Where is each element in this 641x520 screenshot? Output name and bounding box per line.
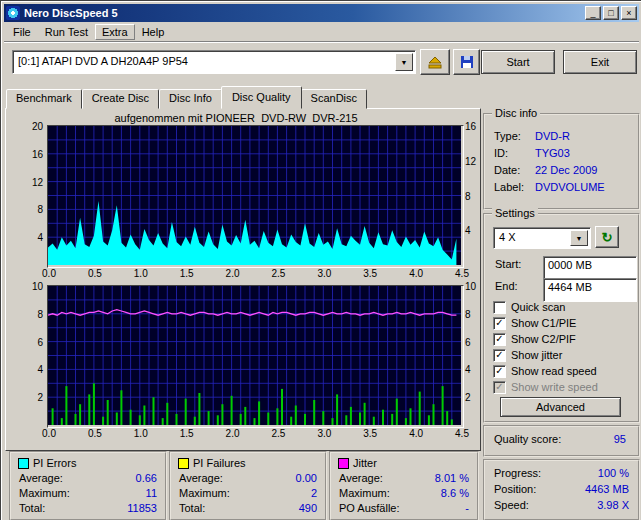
advanced-button[interactable]: Advanced	[500, 397, 621, 417]
drive-select[interactable]: [0:1] ATAPI DVD A DH20A4P 9P54 ▼	[12, 50, 416, 74]
stat-value: 11	[146, 487, 157, 499]
tabstrip: Benchmark Create Disc Disc Info Disc Qua…	[6, 88, 367, 109]
start-position-value: 0000 MB	[548, 259, 592, 271]
checkbox-box[interactable]	[493, 301, 506, 314]
menu-help[interactable]: Help	[135, 24, 172, 40]
axis-tick-label: 12	[465, 156, 476, 167]
stat-value: -	[465, 502, 469, 514]
disc-label-value: DVDVOLUME	[535, 181, 605, 193]
settings-checkboxes: Quick scan✓Show C1/PIE✓Show C2/PIF✓Show …	[493, 299, 635, 395]
menu-file[interactable]: File	[6, 24, 38, 40]
refresh-icon: ↻	[602, 230, 613, 245]
stat-value: 8.6 %	[441, 487, 469, 499]
window-title: Nero DiscSpeed 5	[24, 7, 585, 19]
checkbox-show-c2-pif[interactable]: ✓Show C2/PIF	[493, 331, 635, 347]
save-results-button[interactable]	[453, 49, 480, 75]
checkbox-label: Quick scan	[511, 301, 565, 313]
checkbox-label: Show write speed	[511, 381, 598, 393]
axis-tick-label: 2	[37, 392, 43, 403]
checkbox-quick-scan[interactable]: Quick scan	[493, 299, 635, 315]
disc-info-group: Disc info Type: DVD-R ID: TYG03 Date: 22…	[483, 113, 640, 210]
drive-select-value: [0:1] ATAPI DVD A DH20A4P 9P54	[18, 55, 188, 67]
stat-label: Total:	[19, 502, 45, 514]
checkbox-show-jitter[interactable]: ✓Show jitter	[493, 347, 635, 363]
axis-tick-label: 2.5	[267, 268, 289, 279]
pi-failures-swatch	[178, 458, 189, 469]
settings-group: Settings 4 X ▼ ↻ Start: 0000 MB End: 446…	[483, 213, 640, 423]
stat-title: PI Errors	[33, 457, 76, 469]
tab-disc-quality[interactable]: Disc Quality	[221, 86, 302, 109]
axis-tick-label: 10	[465, 281, 476, 292]
refresh-speed-button[interactable]: ↻	[595, 226, 619, 248]
tab-benchmark[interactable]: Benchmark	[6, 89, 82, 109]
menu-run-test[interactable]: Run Test	[38, 24, 95, 40]
checkbox-box[interactable]: ✓	[493, 365, 506, 378]
start-position-field[interactable]: 0000 MB	[543, 256, 637, 280]
stat-value: 0.00	[296, 472, 317, 484]
checkbox-show-c1-pie[interactable]: ✓Show C1/PIE	[493, 315, 635, 331]
settings-title: Settings	[492, 207, 538, 219]
dropdown-arrow-icon[interactable]: ▼	[570, 230, 588, 246]
axis-tick-label: 6	[465, 337, 471, 348]
start-button[interactable]: Start	[481, 50, 555, 74]
disc-id-value: TYG03	[535, 147, 570, 159]
stat-value: 11853	[127, 502, 157, 514]
tab-create-disc[interactable]: Create Disc	[82, 89, 159, 109]
stat-label: Maximum:	[339, 487, 390, 499]
quality-score-panel: Quality score: 95	[483, 425, 640, 457]
pi-failures-jitter-chart	[47, 285, 464, 428]
speed-select[interactable]: 4 X ▼	[493, 227, 591, 249]
disc-type-label: Type:	[494, 130, 521, 142]
disc-date-label: Date:	[494, 164, 520, 176]
app-icon	[6, 6, 20, 20]
axis-tick-label: 8	[465, 191, 471, 202]
axis-tick-label: 16	[465, 121, 476, 132]
axis-tick-label: 2.5	[267, 428, 289, 439]
close-button[interactable]: ×	[621, 6, 637, 20]
tab-scandisc[interactable]: ScanDisc	[301, 89, 367, 109]
progress-label: Progress:	[494, 467, 541, 479]
pi-errors-chart	[47, 125, 464, 268]
disc-label-label: Label:	[494, 181, 524, 193]
axis-tick-label: 4	[37, 232, 43, 243]
stat-label: Average:	[339, 472, 383, 484]
menu-extra[interactable]: Extra	[95, 24, 135, 40]
position-value: 4463 MB	[585, 483, 629, 495]
axis-tick-label: 4.0	[405, 428, 427, 439]
axis-tick-label: 0.5	[84, 268, 106, 279]
axis-tick-label: 1.0	[130, 428, 152, 439]
checkbox-show-read-speed[interactable]: ✓Show read speed	[493, 363, 635, 379]
minimize-button[interactable]: _	[585, 6, 601, 20]
quality-score-label: Quality score:	[494, 433, 561, 445]
disc-info-title: Disc info	[492, 107, 540, 119]
axis-tick-label: 0.0	[38, 428, 60, 439]
checkbox-show-write-speed: ✓Show write speed	[493, 379, 635, 395]
dropdown-arrow-icon[interactable]: ▼	[395, 53, 413, 71]
checkbox-box[interactable]: ✓	[493, 333, 506, 346]
eject-button[interactable]	[420, 49, 450, 75]
stat-label: PO Ausfälle:	[339, 502, 400, 514]
tab-disc-info[interactable]: Disc Info	[159, 89, 222, 109]
stat-label: Average:	[19, 472, 63, 484]
exit-button[interactable]: Exit	[563, 50, 637, 74]
axis-tick-label: 1.5	[176, 268, 198, 279]
checkbox-box[interactable]: ✓	[493, 317, 506, 330]
disc-id-label: ID:	[494, 147, 508, 159]
pi-errors-xaxis: 0.00.51.01.52.02.53.03.54.04.5	[47, 268, 462, 280]
pi-failures-stats: PI Failures Average:0.00 Maximum:2 Total…	[169, 451, 327, 520]
stat-value: 490	[299, 502, 317, 514]
axis-tick-label: 1.0	[130, 268, 152, 279]
axis-tick-label: 3.0	[313, 268, 335, 279]
axis-tick-label: 4.5	[451, 268, 473, 279]
checkbox-box[interactable]: ✓	[493, 349, 506, 362]
speed-select-value: 4 X	[499, 231, 516, 243]
axis-tick-label: 4	[37, 364, 43, 375]
progress-panel: Progress: 100 % Position: 4463 MB Speed:…	[483, 459, 640, 520]
axis-tick-label: 4.5	[451, 428, 473, 439]
stat-title: Jitter	[353, 457, 377, 469]
menubar: File Run Test Extra Help	[4, 22, 639, 42]
axis-tick-label: 0.0	[38, 268, 60, 279]
axis-tick-label: 3.0	[313, 428, 335, 439]
jitter-swatch	[338, 458, 349, 469]
maximize-button[interactable]: □	[603, 6, 619, 20]
